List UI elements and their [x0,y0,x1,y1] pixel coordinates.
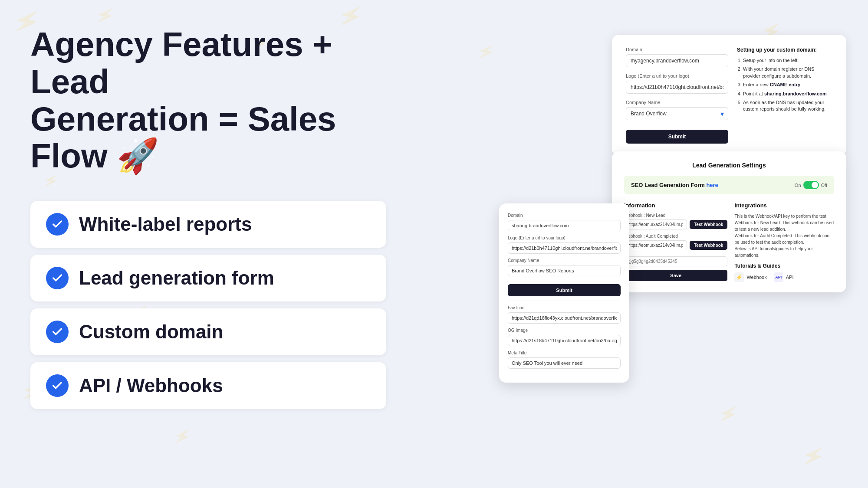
step-4: Point it at sharing.brandoverflow.com [743,91,832,97]
overlay-logo-group: Logo (Enter a url to your logo) [508,236,621,254]
overlay-form-card: Domain Logo (Enter a url to your logo) C… [499,203,629,383]
webhook-new-lead-label: Webhook : New Lead [624,213,727,218]
right-panel: Domain Logo (Enter a url to your logo) C… [612,35,846,292]
check-icon-custom-domain [46,321,69,343]
left-panel: Agency Features + Lead Generation = Sale… [30,26,386,409]
meta-title-label: Meta Title [508,350,621,355]
lead-gen-settings-card: Domain Logo (Enter a url to your logo) C… [612,151,846,292]
feature-item-lead-gen: Lead generation form [30,255,386,301]
feature-item-custom-domain: Custom domain [30,308,386,355]
feature-item-white-label: White-label reports [30,201,386,248]
toggle-thumb [812,182,818,188]
lead-gen-banner: SEO Lead Generation Form here On Off [624,176,834,194]
company-label: Company Name [626,100,728,105]
tutorials-title: Tutorials & Guides [734,263,834,269]
feature-label-lead-gen: Lead generation form [79,267,274,289]
domain-label: Domain [626,47,728,52]
check-icon-white-label [46,213,69,236]
webhook-tutorial-label: Webhook [746,275,766,280]
banner-prefix: SEO Lead Generation Form [631,182,706,188]
overlay-company-input[interactable] [508,265,621,276]
lead-gen-title: Lead Generation Settings [624,162,834,169]
check-icon-lead-gen [46,267,69,289]
api-token-input[interactable] [624,256,727,266]
page-title: Agency Features + Lead Generation = Sale… [30,26,386,175]
step-5: As soon as the DNS has updated your cust… [743,99,832,113]
logo-label: Logo (Enter a url to your logo) [626,73,728,79]
feature-item-api-webhooks: API / Webhooks [30,362,386,409]
step-2: With your domain register or DNS provide… [743,66,832,79]
overlay-logo-label: Logo (Enter a url to your logo) [508,236,621,240]
setup-instructions: Setting up your custom domain: Setup you… [737,47,832,144]
fav-icon-section: Fav Icon OG Image Meta Title [508,301,621,369]
feature-list: White-label reports Lead generation form… [30,201,386,409]
integrations-title: Integrations [734,202,834,209]
save-button[interactable]: Save [624,270,727,281]
webhook-new-lead-input[interactable] [624,219,687,229]
integrations-description: This is the Webhook/API key to perform t… [734,213,834,259]
overlay-company-label: Company Name [508,258,621,263]
domain-input[interactable] [626,54,728,67]
og-image-input[interactable] [508,335,621,346]
webhook-audit-group: Webhook : Audit Completed Test Webhook [624,234,727,250]
overlay-submit-button[interactable]: Submit [508,284,621,296]
webhook-audit-input[interactable] [624,240,687,250]
feature-label-api-webhooks: API / Webhooks [79,375,223,396]
overlay-company-group: Company Name [508,258,621,276]
step-1: Setup your info on the left. [743,57,832,64]
api-tutorial-link[interactable]: API API [774,272,794,282]
meta-title-input[interactable] [508,357,621,369]
tutorials-section: Tutorials & Guides ⚡ Webhook API API [734,263,834,282]
fav-icon-label: Fav Icon [508,305,621,310]
api-tutorial-label: API [786,275,794,280]
test-webhook-audit-button[interactable]: Test Webhook [690,241,727,250]
submit-button-back[interactable]: Submit [626,130,728,144]
setup-steps: Setup your info on the left. With your d… [737,57,832,113]
toggle-on-label: On [795,183,801,188]
webhook-new-lead-group: Webhook : New Lead Test Webhook [624,213,727,229]
og-image-label: OG Image [508,328,621,333]
webhook-audit-label: Webhook : Audit Completed [624,234,727,239]
webhook-audit-row: Test Webhook [624,240,727,250]
logo-input[interactable] [626,81,728,94]
check-icon-api-webhooks [46,374,69,397]
step-3: Enter a new CNAME entry [743,82,832,88]
toggle-off-label: Off [821,183,827,188]
toggle-track[interactable] [803,181,819,189]
feature-label-custom-domain: Custom domain [79,321,223,343]
webhook-tutorial-icon: ⚡ [734,272,744,282]
overlay-domain-label: Domain [508,213,621,218]
feature-label-white-label: White-label reports [79,213,252,235]
logo-group: Logo (Enter a url to your logo) [626,73,728,94]
webhook-tutorial-link[interactable]: ⚡ Webhook [734,272,766,282]
information-section: Information Webhook : New Lead Test Webh… [624,202,727,282]
overlay-domain-input[interactable] [508,220,621,231]
domain-group: Domain [626,47,728,67]
banner-text: SEO Lead Generation Form here [631,182,718,188]
overlay-domain-group: Domain [508,213,621,231]
company-group: Company Name [626,100,728,120]
custom-domain-card: Domain Logo (Enter a url to your logo) C… [612,35,846,156]
overlay-logo-input[interactable] [508,242,621,254]
test-webhook-new-lead-button[interactable]: Test Webhook [690,220,727,229]
toggle-wrap[interactable]: On Off [795,181,827,189]
two-col-section: Information Webhook : New Lead Test Webh… [624,202,834,282]
setup-title: Setting up your custom domain: [737,47,832,53]
fav-icon-input[interactable] [508,312,621,324]
company-input[interactable] [626,107,728,120]
api-tutorial-icon: API [774,272,783,282]
webhook-new-lead-row: Test Webhook [624,219,727,229]
banner-link[interactable]: here [706,182,718,188]
integrations-section: Integrations This is the Webhook/API key… [734,202,834,282]
tutorials-links: ⚡ Webhook API API [734,272,834,282]
information-title: Information [624,202,727,209]
